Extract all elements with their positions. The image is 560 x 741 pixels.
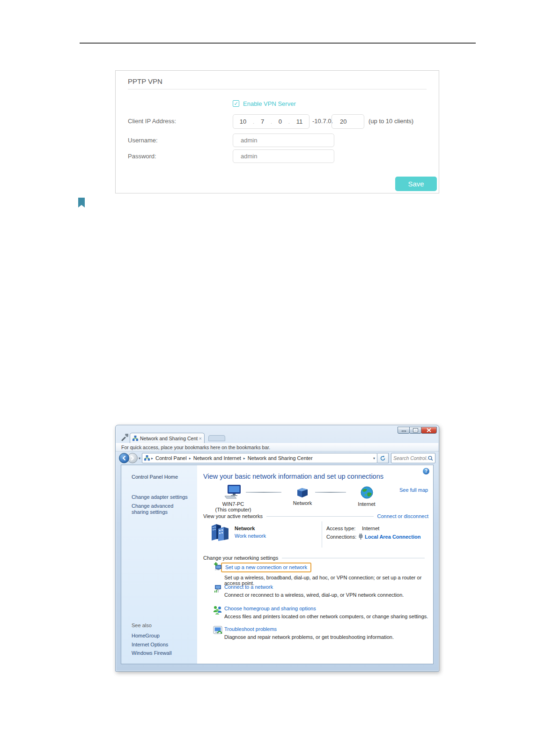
troubleshoot-icon bbox=[213, 626, 222, 635]
connect-to-network-link[interactable]: Connect to a network bbox=[224, 584, 273, 590]
map-node-label: Internet bbox=[346, 501, 388, 507]
address-dropdown-icon[interactable]: ▾ bbox=[373, 456, 375, 460]
breadcrumb-separator-icon: ▸ bbox=[151, 456, 153, 460]
sidebar-item-windows-firewall[interactable]: Windows Firewall bbox=[132, 650, 172, 656]
username-label: Username: bbox=[128, 137, 158, 144]
sidebar: Control Panel Home Change adapter settin… bbox=[121, 465, 197, 664]
ip-range-end-value: 20 bbox=[340, 118, 346, 125]
work-network-link[interactable]: Work network bbox=[235, 533, 266, 539]
save-button[interactable]: Save bbox=[395, 177, 437, 191]
back-arrow-icon bbox=[122, 456, 126, 460]
checkmark-icon: ✓ bbox=[234, 101, 238, 106]
address-bar[interactable]: ▸ Control Panel ▸ Network and Internet ▸… bbox=[142, 453, 377, 463]
sidebar-item-change-advanced-sharing[interactable]: Change advanced sharing settings bbox=[132, 503, 190, 515]
network-icon bbox=[295, 488, 309, 498]
ip-octet-4: 11 bbox=[296, 118, 303, 125]
password-label: Password: bbox=[128, 153, 156, 160]
setting-item-homegroup: Choose homegroup and sharing options Acc… bbox=[213, 606, 430, 619]
section-rule bbox=[266, 516, 374, 517]
map-node-internet[interactable]: Internet bbox=[346, 486, 388, 507]
ip-dot: . bbox=[253, 119, 254, 125]
breadcrumb-separator-icon: ▸ bbox=[243, 456, 245, 460]
setting-item-setup-connection: Set up a new connection or network Set u… bbox=[213, 563, 430, 586]
setting-item-troubleshoot: Troubleshoot problems Diagnose and repai… bbox=[213, 626, 430, 640]
page-header-rule bbox=[80, 43, 476, 44]
local-area-connection-link[interactable]: Local Area Connection bbox=[365, 534, 420, 540]
control-panel-icon bbox=[144, 455, 150, 461]
map-connector-line bbox=[246, 492, 281, 493]
password-value: admin bbox=[241, 153, 257, 160]
breadcrumb-network-and-internet[interactable]: Network and Internet bbox=[193, 455, 241, 461]
client-ip-label: Client IP Address: bbox=[128, 118, 176, 125]
ip-octet-2: 7 bbox=[261, 118, 264, 125]
search-placeholder: Search Control... bbox=[393, 455, 428, 461]
active-network-divider bbox=[322, 521, 322, 548]
tab-network-sharing[interactable]: Network and Sharing Cent × bbox=[130, 433, 205, 443]
connect-or-disconnect-link[interactable]: Connect or disconnect bbox=[377, 513, 428, 519]
setting-item-description: Diagnose and repair network problems, or… bbox=[224, 634, 430, 640]
help-icon[interactable]: ? bbox=[423, 468, 429, 474]
nav-history-dropdown-icon[interactable]: ▾ bbox=[139, 456, 140, 460]
computer-icon bbox=[224, 485, 242, 499]
choose-homegroup-link[interactable]: Choose homegroup and sharing options bbox=[224, 606, 316, 611]
ip-range-end-input[interactable]: 20 bbox=[332, 114, 364, 129]
wrench-icon[interactable] bbox=[121, 434, 128, 441]
ip-range-prefix: -10.7.0. bbox=[312, 118, 333, 125]
username-input[interactable]: admin bbox=[233, 133, 334, 147]
setup-connection-icon bbox=[213, 562, 222, 571]
connection-plug-icon bbox=[358, 534, 363, 540]
panel-title-divider bbox=[128, 89, 427, 89]
map-node-label: WIN7-PC bbox=[212, 501, 254, 507]
networking-settings-section-header: Change your networking settings bbox=[203, 555, 428, 561]
sidebar-see-also-label: See also bbox=[132, 622, 152, 628]
username-value: admin bbox=[241, 137, 257, 144]
refresh-button[interactable] bbox=[377, 453, 389, 463]
sidebar-item-homegroup[interactable]: HomeGroup bbox=[132, 633, 160, 639]
window-content: Control Panel Home Change adapter settin… bbox=[121, 465, 434, 664]
tab-close-icon[interactable]: × bbox=[199, 436, 202, 441]
section-rule bbox=[282, 558, 425, 558]
maximize-icon bbox=[413, 429, 418, 432]
explorer-window: Network and Sharing Cent × For quick acc… bbox=[115, 425, 439, 672]
map-connector-line bbox=[315, 492, 346, 493]
search-icon[interactable] bbox=[428, 456, 433, 461]
password-input[interactable]: admin bbox=[233, 149, 334, 163]
forward-arrow-icon bbox=[130, 456, 135, 460]
enable-vpn-label[interactable]: Enable VPN Server bbox=[243, 100, 296, 107]
address-toolbar: ▾ ▸ Control Panel ▸ Network and Internet… bbox=[116, 452, 439, 465]
main-pane: ? View your basic network information an… bbox=[197, 465, 433, 664]
networking-settings-label: Change your networking settings bbox=[203, 555, 278, 561]
pptp-vpn-panel: PPTP VPN ✓ Enable VPN Server Client IP A… bbox=[115, 70, 439, 193]
network-favicon-icon bbox=[133, 436, 138, 441]
active-network-icon[interactable] bbox=[210, 523, 230, 541]
sidebar-item-control-panel-home[interactable]: Control Panel Home bbox=[132, 474, 192, 480]
map-node-label: Network bbox=[281, 500, 324, 506]
clients-hint: (up to 10 clients) bbox=[368, 118, 413, 125]
window-titlebar bbox=[116, 425, 439, 432]
see-full-map-link[interactable]: See full map bbox=[399, 487, 428, 493]
internet-globe-icon bbox=[361, 486, 373, 499]
client-ip-input[interactable]: 10 . 7 . 0 . 11 bbox=[233, 114, 309, 129]
search-input[interactable]: Search Control... bbox=[391, 453, 435, 463]
access-type-value: Internet bbox=[362, 526, 379, 531]
access-type-label: Access type: bbox=[326, 526, 355, 531]
panel-title: PPTP VPN bbox=[128, 77, 162, 85]
setting-item-description: Access files and printers located on oth… bbox=[224, 614, 430, 619]
ip-octet-3: 0 bbox=[279, 118, 282, 125]
sidebar-item-change-adapter-settings[interactable]: Change adapter settings bbox=[132, 494, 192, 500]
breadcrumb-control-panel[interactable]: Control Panel bbox=[155, 455, 187, 461]
setup-new-connection-link[interactable]: Set up a new connection or network bbox=[221, 563, 311, 572]
enable-vpn-checkbox[interactable]: ✓ bbox=[233, 100, 239, 107]
back-button[interactable] bbox=[119, 453, 129, 463]
sidebar-item-internet-options[interactable]: Internet Options bbox=[132, 642, 168, 648]
breadcrumb-network-sharing-center[interactable]: Network and Sharing Center bbox=[248, 455, 313, 461]
map-node-sublabel: (This computer) bbox=[212, 507, 254, 512]
setting-item-connect-network: Connect to a network Connect or reconnec… bbox=[213, 584, 430, 598]
tab-title: Network and Sharing Cent bbox=[140, 436, 198, 441]
new-tab-button[interactable] bbox=[208, 435, 225, 441]
bookmarks-hint: For quick access, place your bookmarks h… bbox=[121, 445, 270, 450]
troubleshoot-problems-link[interactable]: Troubleshoot problems bbox=[224, 626, 277, 632]
map-node-network[interactable]: Network bbox=[281, 488, 324, 506]
connections-label: Connections: bbox=[326, 534, 356, 540]
map-node-computer[interactable]: WIN7-PC (This computer) bbox=[212, 485, 254, 512]
